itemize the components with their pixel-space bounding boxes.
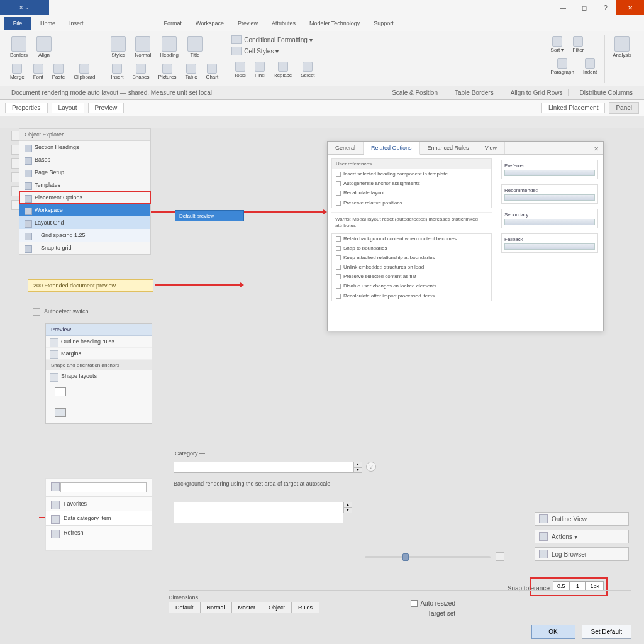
- chip-object[interactable]: Object: [262, 602, 292, 613]
- dialog-preview-card-3[interactable]: Fallback: [501, 233, 598, 253]
- ribbon-replace-button[interactable]: Replace: [271, 60, 294, 80]
- ribbon-merge-button[interactable]: Merge: [8, 62, 27, 82]
- lowlist-refresh[interactable]: Refresh: [45, 526, 152, 551]
- ribbon-find-button[interactable]: Find: [252, 60, 267, 80]
- search-row[interactable]: [45, 478, 152, 497]
- ribbon-condfmt-line[interactable]: Conditional Formatting ▾: [231, 35, 537, 44]
- ribbon-title-button[interactable]: Title: [185, 35, 205, 60]
- dialog-opt-s2-3[interactable]: Unlink embedded structures on load: [332, 262, 491, 272]
- ribbon-borders-button[interactable]: Borders: [8, 35, 30, 60]
- ribbon-tools-button[interactable]: Tools: [231, 60, 248, 80]
- dialog-opt-s1-3[interactable]: Preserve relative positions: [332, 198, 491, 208]
- category-spinner[interactable]: ▲▼: [353, 462, 362, 473]
- spinner-down-icon[interactable]: ▼: [353, 467, 362, 473]
- nav-item-pagesetup[interactable]: Page Setup: [19, 166, 150, 179]
- dialog-preview-card-1[interactable]: Recommended: [501, 184, 598, 204]
- nav-item-workspace[interactable]: Workspace: [19, 204, 150, 216]
- tab-attributes[interactable]: Attributes: [267, 18, 301, 29]
- color-swatch-2[interactable]: [55, 408, 66, 417]
- window-close-icon[interactable]: ✕: [616, 0, 644, 15]
- chip-default[interactable]: Default: [169, 602, 201, 613]
- nav-sub-snap[interactable]: Snap to grid: [19, 242, 150, 254]
- tab-preview[interactable]: Preview: [233, 18, 263, 29]
- ribbon-indent-button[interactable]: Indent: [580, 57, 599, 77]
- color-swatch-1[interactable]: [55, 387, 66, 396]
- ctx-seg-3[interactable]: Linked Placement: [541, 103, 606, 113]
- dialog-opt-s2-6[interactable]: Recalculate after import processed items: [332, 291, 491, 301]
- slider-knob[interactable]: [402, 553, 409, 561]
- dialog-opt-s2-0[interactable]: Retain background content when content b…: [332, 234, 491, 243]
- ctx-seg-1[interactable]: Layout: [52, 103, 84, 113]
- spinner-up-icon[interactable]: ▲: [353, 462, 362, 467]
- dialog-opt-s2-1[interactable]: Snap to boundaries: [332, 243, 491, 253]
- ribbon-clipboard-button[interactable]: Clipboard: [71, 62, 97, 82]
- ribbon-font-button[interactable]: Font: [31, 62, 46, 82]
- ctx-panel-tab[interactable]: Panel: [609, 102, 639, 114]
- br-outline-view[interactable]: Outline View: [535, 512, 629, 526]
- ribbon-shapes-button[interactable]: Shapes: [130, 62, 152, 82]
- ribbon-insert-button[interactable]: Insert: [108, 62, 126, 82]
- tab-insert[interactable]: Insert: [64, 18, 89, 29]
- ctx-seg-2[interactable]: Preview: [88, 103, 125, 113]
- window-maximize-icon[interactable]: ◻: [574, 0, 595, 15]
- dialog-tab-enhanced[interactable]: Enhanced Rules: [420, 142, 477, 154]
- autodetect-checkbox-row[interactable]: Autodetect switch: [28, 306, 128, 318]
- ribbon-styles-button[interactable]: Styles: [108, 35, 128, 60]
- tab-support[interactable]: Support: [369, 18, 399, 29]
- spinner-down-icon[interactable]: ▼: [343, 508, 352, 513]
- dialog-preview-card-0[interactable]: Preferred: [501, 160, 598, 179]
- lowlist-category[interactable]: Data category item: [45, 511, 152, 526]
- ok-button[interactable]: OK: [531, 625, 575, 639]
- dialog-tab-general[interactable]: General: [328, 142, 364, 154]
- chip-normal[interactable]: Normal: [201, 602, 232, 613]
- spinner-up-icon[interactable]: ▲: [343, 502, 352, 508]
- chip-rules[interactable]: Rules: [292, 602, 319, 613]
- search-input[interactable]: [60, 482, 147, 492]
- ribbon-sort-button[interactable]: Sort ▾: [548, 35, 567, 55]
- lowlist-favorites[interactable]: Favorites: [45, 497, 152, 511]
- ribbon-analysis-button[interactable]: Analysis: [610, 35, 634, 60]
- category-input[interactable]: [174, 462, 353, 473]
- tab-home[interactable]: Home: [35, 18, 60, 29]
- quick-access-toolbar[interactable]: × ⌄: [0, 0, 49, 15]
- chip-master[interactable]: Master: [232, 602, 263, 613]
- dialog-opt-s1-2[interactable]: Recalculate layout: [332, 188, 491, 197]
- nav-item-sections[interactable]: Section Headings: [19, 141, 150, 153]
- ribbon-pictures-button[interactable]: Pictures: [156, 62, 179, 82]
- ctx-seg-0[interactable]: Properties: [5, 103, 48, 113]
- ribbon-paste-button[interactable]: Paste: [50, 62, 67, 82]
- ribbon-align-button[interactable]: Align: [34, 35, 54, 60]
- ribbon-normal-button[interactable]: Normal: [132, 35, 153, 60]
- secondary-input[interactable]: [174, 502, 343, 523]
- dialog-tab-view[interactable]: View: [477, 142, 505, 154]
- dialog-tab-related[interactable]: Related Options: [364, 142, 420, 155]
- ribbon-cellstyles-line[interactable]: Cell Styles ▾: [231, 47, 537, 55]
- ribbon-select-button[interactable]: Select: [298, 60, 317, 80]
- br-actions[interactable]: Actions ▾: [535, 530, 629, 543]
- window-help-icon[interactable]: ?: [595, 0, 616, 15]
- dialog-opt-s1-0[interactable]: Insert selected heading component in tem…: [332, 169, 491, 179]
- zoom-slider[interactable]: [365, 556, 491, 558]
- file-tab[interactable]: File: [4, 17, 31, 30]
- prop-outline-rules[interactable]: Outline heading rules: [46, 336, 152, 348]
- tab-format[interactable]: Format: [159, 18, 187, 29]
- ribbon-paragraph-button[interactable]: Paragraph: [548, 57, 577, 77]
- nav-item-templates[interactable]: Templates: [19, 179, 150, 191]
- ribbon-chart-button[interactable]: Chart: [204, 62, 221, 82]
- tab-modeler[interactable]: Modeler Technology: [304, 18, 365, 29]
- dialog-preview-card-2[interactable]: Secondary: [501, 209, 598, 228]
- dialog-opt-s2-2[interactable]: Keep attached relationship at boundaries: [332, 253, 491, 262]
- tab-workspace[interactable]: Workspace: [191, 18, 229, 29]
- ribbon-heading-button[interactable]: Heading: [157, 35, 181, 60]
- nav-item-layoutgrid[interactable]: Layout Grid: [19, 216, 150, 229]
- window-minimize-icon[interactable]: ―: [552, 0, 574, 15]
- secondary-spinner[interactable]: ▲▼: [343, 502, 352, 513]
- nav-item-placement[interactable]: Placement Options: [19, 191, 150, 204]
- prop-shape-layouts[interactable]: Shape layouts: [46, 370, 152, 382]
- dialog-opt-s2-4[interactable]: Preserve selected content as flat: [332, 272, 491, 281]
- dialog-close-icon[interactable]: ✕: [592, 144, 601, 153]
- nav-sub-spacing[interactable]: Grid spacing 1.25: [19, 229, 150, 242]
- br-log-browser[interactable]: Log Browser: [535, 547, 629, 561]
- ribbon-table-button[interactable]: Table: [182, 62, 199, 82]
- category-help-icon[interactable]: ?: [366, 462, 376, 472]
